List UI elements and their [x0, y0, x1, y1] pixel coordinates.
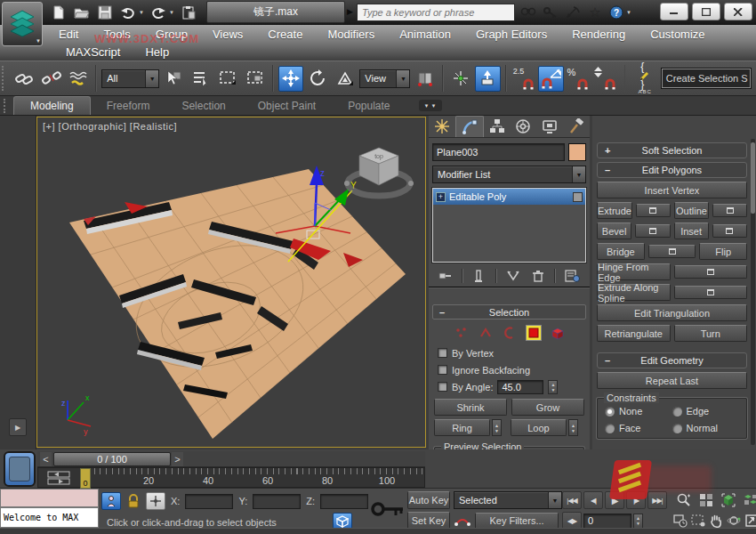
key-filter-selected-dropdown[interactable]: Selected ▼: [454, 491, 562, 509]
previous-frame-slider-button[interactable]: <: [40, 452, 52, 466]
configure-modifier-sets-icon[interactable]: [565, 269, 581, 283]
reference-coordinate-dropdown[interactable]: View ▼: [359, 69, 410, 88]
extrude-button[interactable]: Extrude: [597, 202, 632, 219]
vertex-subobject-icon[interactable]: [454, 325, 470, 341]
maximize-viewport-toggle-icon[interactable]: [744, 512, 756, 530]
make-unique-icon[interactable]: [505, 269, 521, 283]
communication-center-icon[interactable]: [563, 3, 583, 22]
viewport-label[interactable]: [+] [Orthographic] [Realistic]: [43, 121, 177, 132]
current-frame-field[interactable]: 0: [583, 514, 631, 529]
search-input[interactable]: [357, 4, 515, 21]
panel-scrollbar[interactable]: [751, 139, 755, 445]
by-angle-field[interactable]: 45.0: [497, 380, 543, 394]
bevel-settings-button[interactable]: [635, 224, 670, 238]
tab-object-paint[interactable]: Object Paint: [242, 97, 332, 115]
by-angle-checkbox[interactable]: [438, 382, 447, 392]
tab-modify-icon[interactable]: [455, 116, 484, 137]
selection-region-icon[interactable]: [690, 512, 706, 530]
tab-hierarchy-icon[interactable]: [484, 116, 511, 137]
edit-triangulation-button[interactable]: Edit Triangulation: [597, 304, 747, 321]
constraint-edge-radio[interactable]: [672, 407, 682, 417]
pan-hand-icon[interactable]: [708, 512, 724, 530]
toolbar-grip[interactable]: [2, 66, 6, 91]
key-mode-toggle-button[interactable]: ◀▶: [562, 512, 582, 530]
menu-animation[interactable]: Animation: [387, 28, 463, 41]
ribbon-minimize-dropdown[interactable]: ▼▼: [419, 100, 442, 111]
edge-subobject-icon[interactable]: [478, 325, 494, 341]
zoom-all-icon[interactable]: [696, 491, 716, 509]
isolate-selection-toggle[interactable]: [101, 492, 121, 510]
zoom-icon[interactable]: [674, 491, 694, 509]
menu-help[interactable]: Help: [133, 45, 181, 59]
application-menu-button[interactable]: ▼: [2, 2, 43, 46]
open-file-icon[interactable]: [73, 4, 91, 21]
go-to-start-button[interactable]: |◀◀: [562, 491, 582, 509]
modifier-list-dropdown[interactable]: Modifier List ▼: [432, 166, 586, 183]
stack-item-editable-poly[interactable]: + Editable Poly: [433, 189, 585, 205]
extrude-spline-settings-button[interactable]: [674, 286, 748, 299]
selection-rollout-header[interactable]: – Selection: [432, 304, 586, 320]
auto-key-button[interactable]: Auto Key: [407, 491, 450, 509]
track-bar[interactable]: 20 40 60 80 100 0: [37, 467, 425, 488]
select-and-manipulate-button[interactable]: [475, 66, 500, 92]
tab-utilities-icon[interactable]: [563, 116, 590, 137]
tab-populate[interactable]: Populate: [332, 97, 406, 115]
select-by-name-icon[interactable]: [189, 66, 213, 92]
ring-button[interactable]: Ring: [434, 419, 490, 436]
select-object-icon[interactable]: [161, 66, 186, 92]
outline-button[interactable]: Outline: [674, 202, 709, 219]
tab-create-icon[interactable]: [429, 116, 455, 137]
orbit-icon[interactable]: [726, 512, 742, 530]
dropdown-arrow-icon[interactable]: ▼: [548, 492, 561, 508]
edit-polygons-rollout[interactable]: – Edit Polygons: [597, 162, 747, 178]
zoom-extents-icon[interactable]: [719, 491, 738, 509]
search-icon[interactable]: [519, 3, 538, 22]
polygon-subobject-button[interactable]: [526, 325, 542, 341]
hinge-from-edge-button[interactable]: Hinge From Edge: [597, 263, 671, 280]
next-frame-slider-button[interactable]: >: [172, 452, 183, 466]
extrude-along-spline-button[interactable]: Extrude Along Spline: [597, 284, 671, 301]
zoom-extents-all-icon[interactable]: [741, 491, 756, 509]
selection-filter-dropdown[interactable]: All ▼: [101, 69, 159, 88]
tab-motion-icon[interactable]: [510, 116, 536, 137]
tab-modeling[interactable]: Modeling: [13, 96, 91, 115]
current-frame-marker[interactable]: 0: [80, 468, 91, 489]
ignore-backfacing-checkbox[interactable]: [438, 365, 447, 375]
go-to-end-button[interactable]: ▶▶|: [647, 491, 667, 509]
remove-modifier-icon[interactable]: [531, 269, 545, 283]
inset-settings-button[interactable]: [712, 224, 747, 238]
selection-lock-toggle-icon[interactable]: [126, 493, 141, 509]
select-and-scale-icon[interactable]: [333, 66, 358, 92]
new-scene-icon[interactable]: [50, 4, 68, 21]
loop-spinner[interactable]: ▲▼: [568, 419, 578, 436]
y-coordinate-input[interactable]: [253, 494, 301, 509]
use-pivot-point-center-icon[interactable]: [412, 66, 437, 92]
menu-edit[interactable]: Edit: [46, 28, 91, 41]
redo-dropdown-icon[interactable]: ▼: [169, 10, 174, 15]
unlink-selection-icon[interactable]: [38, 66, 63, 92]
rectangular-selection-region-icon[interactable]: [215, 66, 240, 92]
pivot-center-icon[interactable]: [448, 66, 473, 92]
expand-panel-button[interactable]: ▶: [9, 418, 27, 436]
menu-views[interactable]: Views: [200, 28, 255, 41]
shrink-button[interactable]: Shrink: [434, 399, 507, 416]
help-dropdown-icon[interactable]: ▼: [626, 10, 631, 15]
redo-icon[interactable]: [149, 4, 167, 21]
repeat-last-button[interactable]: Repeat Last: [597, 372, 747, 389]
retriangulate-button[interactable]: Retriangulate: [597, 325, 671, 342]
spinner-snap-toggle-icon[interactable]: [592, 66, 617, 92]
previous-frame-button[interactable]: ◀|: [583, 491, 603, 509]
favorites-star-icon[interactable]: ☆: [585, 3, 605, 22]
help-icon[interactable]: ?: [607, 3, 627, 22]
outline-settings-button[interactable]: [712, 204, 747, 217]
border-subobject-icon[interactable]: [502, 325, 518, 341]
set-keys-icon[interactable]: [370, 494, 406, 524]
angle-snap-toggle-button[interactable]: [538, 66, 563, 92]
bridge-button[interactable]: Bridge: [597, 243, 645, 260]
by-angle-spinner[interactable]: ▲▼: [548, 380, 558, 394]
inset-button[interactable]: Inset: [674, 222, 709, 239]
modifier-stack[interactable]: + Editable Poly: [432, 188, 586, 263]
constraint-face-radio[interactable]: [605, 424, 615, 433]
minimize-button[interactable]: [660, 3, 688, 20]
maxscript-listener-white[interactable]: Welcome to MAX: [0, 507, 99, 528]
